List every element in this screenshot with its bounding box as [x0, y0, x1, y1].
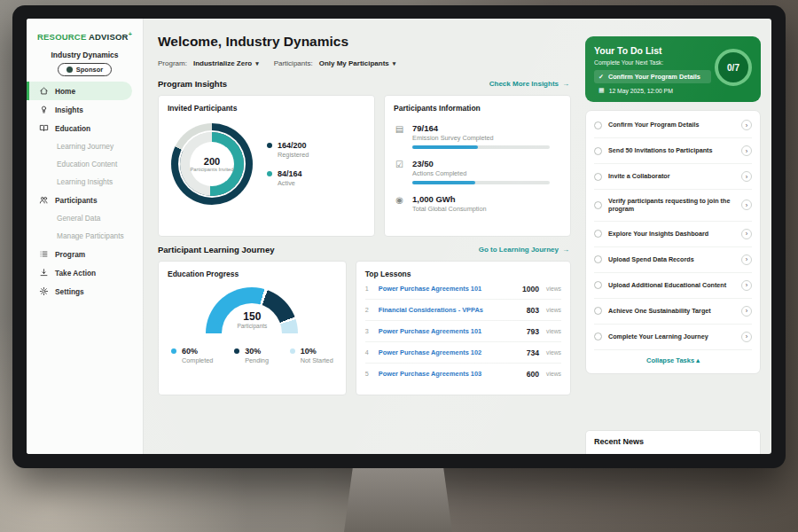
- todo-panel: Your To Do List Complete Your Next Task:…: [582, 19, 771, 454]
- learning-journey-header: Participant Learning Journey Go to Learn…: [158, 245, 569, 254]
- lesson-row: 5 Power Purchase Agreements 103 600 view…: [365, 364, 561, 384]
- sidebar-item-label: Learning Insights: [57, 177, 113, 186]
- page-title: Welcome, Industry Dynamics: [158, 34, 571, 50]
- task-checkbox[interactable]: [594, 173, 602, 181]
- chevron-right-icon[interactable]: ›: [741, 306, 752, 317]
- task-row[interactable]: Explore Your Insights Dashboard ›: [594, 222, 752, 247]
- task-row[interactable]: Verify participants requesting to join t…: [594, 190, 752, 222]
- progress-bar-track: [412, 181, 550, 184]
- chevron-right-icon[interactable]: ›: [741, 280, 752, 291]
- task-row[interactable]: Upload Additional Educational Content ›: [594, 273, 752, 299]
- task-checkbox[interactable]: [594, 281, 602, 289]
- chevron-right-icon[interactable]: ›: [741, 145, 752, 156]
- todo-progress-ring: 0/7: [715, 49, 752, 86]
- sidebar-item-label: Home: [55, 87, 75, 96]
- legend-item-active: 84/164 Active: [267, 169, 309, 187]
- chevron-down-icon: ▾: [255, 60, 259, 67]
- chevron-up-icon: ▴: [696, 356, 700, 364]
- program-insights-header: Program Insights Check More Insights →: [158, 79, 569, 89]
- invited-donut-chart: 200 Participants Invited: [171, 123, 253, 205]
- lesson-row: 2 Financial Considerations - VPPAs 803 v…: [365, 300, 561, 321]
- sidebar-item-home[interactable]: Home: [27, 82, 132, 100]
- calendar-icon: ▦: [598, 87, 605, 94]
- info-rows: ▤ 79/164 Emission Survey Completed ☑ 23/…: [394, 123, 561, 216]
- task-checkbox[interactable]: [594, 230, 602, 238]
- info-value: 79/164: [412, 123, 438, 133]
- sidebar-item-learning-insights[interactable]: Learning Insights: [27, 173, 143, 191]
- program-select[interactable]: Industrialize Zero ▾: [193, 59, 259, 67]
- task-checkbox[interactable]: [594, 147, 602, 155]
- task-row[interactable]: Confirm Your Program Details ›: [594, 113, 752, 138]
- info-row-actions: ☑ 23/50 Actions Completed: [394, 159, 561, 184]
- logo-secondary: ADVISOR: [89, 32, 129, 42]
- participants-select[interactable]: Only My Participants ▾: [319, 59, 396, 67]
- lesson-views: 803: [527, 306, 539, 315]
- task-checkbox[interactable]: [594, 255, 602, 263]
- sidebar-item-label: Education Content: [57, 160, 117, 168]
- sidebar-item-education-content[interactable]: Education Content: [27, 155, 143, 173]
- sidebar-item-manage-participants[interactable]: Manage Participants: [27, 227, 143, 245]
- check-more-insights-link[interactable]: Check More Insights →: [489, 80, 569, 88]
- sidebar-item-label: General Data: [57, 214, 100, 223]
- org-block: Industry Dynamics Sponsor: [27, 51, 143, 76]
- info-label: Actions Completed: [412, 169, 561, 177]
- sidebar-item-settings[interactable]: Settings: [27, 282, 143, 301]
- gauge-center-label: Participants: [168, 323, 337, 329]
- sidebar-nav: Home Insights Education Learning Journey…: [27, 82, 143, 301]
- go-to-learning-journey-link[interactable]: Go to Learning Journey →: [479, 246, 569, 254]
- chevron-right-icon[interactable]: ›: [741, 332, 752, 342]
- legend-value: 164/200: [278, 141, 307, 150]
- legend-item-registered: 164/200 Registered: [267, 141, 309, 159]
- lesson-link[interactable]: Power Purchase Agreements 102: [379, 348, 521, 356]
- lesson-link[interactable]: Power Purchase Agreements 101: [379, 327, 521, 335]
- app-logo: RESOURCE ADVISOR+: [27, 29, 143, 51]
- sidebar-item-take-action[interactable]: Take Action: [27, 263, 143, 282]
- sponsor-badge[interactable]: Sponsor: [58, 63, 112, 76]
- section-title: Participant Learning Journey: [158, 245, 274, 254]
- lesson-views: 1000: [522, 285, 539, 293]
- chevron-right-icon[interactable]: ›: [741, 254, 752, 265]
- task-label: Achieve One Sustainability Target: [608, 307, 735, 315]
- sidebar-item-participants[interactable]: Participants: [27, 191, 143, 209]
- chevron-right-icon[interactable]: ›: [741, 200, 752, 210]
- task-label: Explore Your Insights Dashboard: [608, 230, 735, 238]
- sidebar-item-education[interactable]: Education: [27, 119, 143, 137]
- lesson-views-suffix: views: [546, 371, 561, 377]
- org-name: Industry Dynamics: [27, 51, 143, 59]
- task-row[interactable]: Invite a Collaborator ›: [594, 164, 752, 190]
- gear-icon: [39, 286, 49, 296]
- task-row[interactable]: Complete Your Learning Journey ›: [594, 325, 752, 350]
- home-icon: [39, 86, 49, 96]
- legend-value: 60%: [182, 347, 198, 356]
- legend-label: Registered: [278, 151, 309, 159]
- task-row[interactable]: Send 50 Invitations to Participants ›: [594, 138, 752, 164]
- dashboard-screen: RESOURCE ADVISOR+ Industry Dynamics Spon…: [27, 19, 771, 454]
- legend-dot: [267, 143, 272, 148]
- task-checkbox[interactable]: [594, 307, 602, 315]
- task-row[interactable]: Achieve One Sustainability Target ›: [594, 299, 752, 325]
- people-icon: [39, 195, 49, 205]
- task-row[interactable]: Upload Spend Data Records ›: [594, 247, 752, 273]
- collapse-tasks-link[interactable]: Collapse Tasks ▴: [594, 350, 752, 372]
- chevron-right-icon[interactable]: ›: [741, 229, 752, 239]
- next-task[interactable]: ✓ Confirm Your Program Details: [594, 70, 711, 83]
- sidebar-item-general-data[interactable]: General Data: [27, 209, 143, 227]
- chevron-right-icon[interactable]: ›: [741, 171, 752, 182]
- donut-legend: 164/200 Registered 84/164 Active: [267, 141, 309, 187]
- task-checkbox[interactable]: [594, 121, 602, 129]
- sidebar-item-program[interactable]: Program: [27, 245, 143, 263]
- legend-dot: [290, 348, 295, 354]
- legend-item-not-started: 10% Not Started: [290, 347, 333, 364]
- task-checkbox[interactable]: [594, 201, 602, 209]
- task-checkbox[interactable]: [594, 332, 602, 340]
- lesson-link[interactable]: Power Purchase Agreements 101: [379, 285, 517, 293]
- arrow-right-icon: →: [562, 246, 569, 254]
- task-label: Send 50 Invitations to Participants: [608, 146, 735, 154]
- legend-dot: [267, 171, 272, 176]
- sidebar-item-insights[interactable]: Insights: [27, 100, 143, 119]
- lesson-link[interactable]: Power Purchase Agreements 103: [379, 370, 521, 378]
- chevron-right-icon[interactable]: ›: [741, 120, 752, 130]
- lesson-link[interactable]: Financial Considerations - VPPAs: [379, 306, 521, 314]
- sidebar-item-learning-journey[interactable]: Learning Journey: [27, 137, 143, 155]
- logo-sup: +: [129, 31, 132, 37]
